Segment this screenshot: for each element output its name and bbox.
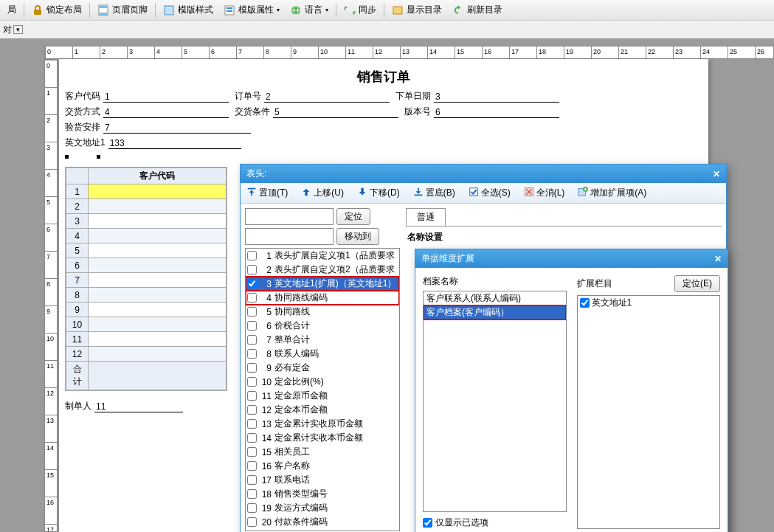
locate-ext-button[interactable]: 定位(E) xyxy=(674,275,720,292)
field-list-item[interactable]: 2表头扩展自定义项2（品质要求 xyxy=(246,263,399,277)
field-list-item[interactable]: 18销售类型编号 xyxy=(246,487,399,501)
ext-checkbox[interactable] xyxy=(580,298,590,308)
field-checkbox[interactable] xyxy=(247,251,257,260)
toolbar-btn-language[interactable]: 语言 ▾ xyxy=(286,2,333,18)
archive-list-item[interactable]: 客户档案(客户编码） xyxy=(424,305,566,319)
row-header[interactable]: 11 xyxy=(66,332,89,347)
field-list-item[interactable]: 10定金比例(%) xyxy=(246,375,399,389)
toolbar-btn-layout[interactable]: 局 xyxy=(3,2,21,18)
field-checkbox[interactable] xyxy=(247,433,257,443)
field-checkbox[interactable] xyxy=(247,349,257,359)
field-list-item[interactable]: 4协同路线编码 xyxy=(246,291,399,305)
col-header[interactable]: 客户代码 xyxy=(89,168,227,184)
form-field[interactable]: 下单日期3 xyxy=(395,90,559,103)
selection-handle[interactable] xyxy=(65,155,69,159)
toolbar-btn-lock-layout[interactable]: 锁定布局 xyxy=(27,2,86,18)
field-list-item[interactable]: 17联系电话 xyxy=(246,473,399,487)
field-checkbox[interactable] xyxy=(247,447,257,457)
row-header[interactable]: 1 xyxy=(66,184,89,199)
field-checkbox[interactable] xyxy=(247,461,257,471)
grid-cell[interactable] xyxy=(89,317,227,332)
toolbar-btn-show-toc[interactable]: 显示目录 xyxy=(387,2,446,18)
field-checkbox[interactable] xyxy=(247,503,257,513)
toolbar-btn-template-prop[interactable]: 模版属性 ▾ xyxy=(219,2,284,18)
field-checkbox[interactable] xyxy=(247,335,257,345)
moveto-button[interactable]: 移动到 xyxy=(336,228,379,245)
row-header[interactable]: 10 xyxy=(66,317,89,332)
toolbar-btn-template-style[interactable]: 模版样式 xyxy=(159,2,218,18)
toolbar-btn-header-footer[interactable]: 页眉页脚 xyxy=(93,2,152,18)
grid-cell[interactable] xyxy=(89,199,227,214)
field-list-item[interactable]: 7整单合计 xyxy=(246,333,399,347)
row-header[interactable]: 8 xyxy=(66,288,89,303)
grid-cell[interactable] xyxy=(89,332,227,347)
row-header[interactable]: 4 xyxy=(66,229,89,243)
form-field[interactable]: 客户代码1 xyxy=(65,90,229,103)
field-list-item[interactable]: 8联系人编码 xyxy=(246,347,399,361)
field-list-item[interactable]: 21部门编码 xyxy=(246,529,399,531)
row-header[interactable]: 3 xyxy=(66,214,89,229)
locate-button[interactable]: 定位 xyxy=(336,208,370,225)
field-listbox[interactable]: 1表头扩展自定义项1（品质要求2表头扩展自定义项2（品质要求3英文地址1(扩展)… xyxy=(245,248,400,531)
close-icon[interactable]: ✕ xyxy=(713,169,720,179)
field-list-item[interactable]: 13定金累计实收原币金额 xyxy=(246,417,399,431)
locate-input[interactable] xyxy=(245,208,334,225)
grid-cell[interactable] xyxy=(89,243,227,258)
ext-listbox[interactable]: 英文地址1 xyxy=(577,295,721,529)
grid-cell[interactable] xyxy=(89,229,227,243)
field-checkbox[interactable] xyxy=(247,279,257,289)
form-field[interactable]: 验货安排7 xyxy=(65,121,251,134)
field-list-item[interactable]: 12定金本币金额 xyxy=(246,403,399,417)
dlg-toolbar-to-bottom[interactable]: 置底(B) xyxy=(410,185,458,201)
field-list-item[interactable]: 9必有定金 xyxy=(246,361,399,375)
form-field[interactable]: 交货条件5 xyxy=(235,106,398,118)
tab-common[interactable]: 普通 xyxy=(406,208,446,226)
selection-handle[interactable] xyxy=(97,155,100,159)
field-checkbox[interactable] xyxy=(247,307,257,317)
moveto-input[interactable] xyxy=(245,228,334,245)
field-list-item[interactable]: 20付款条件编码 xyxy=(246,515,399,529)
field-checkbox[interactable] xyxy=(247,475,257,485)
grid-cell[interactable] xyxy=(89,258,227,273)
grid-cell[interactable] xyxy=(89,303,227,317)
row-header[interactable]: 9 xyxy=(66,303,89,317)
dialog-titlebar[interactable]: 单据维度扩展 ✕ xyxy=(415,249,728,268)
only-selected-input[interactable] xyxy=(423,518,432,528)
field-list-item[interactable]: 3英文地址1(扩展)（英文地址1） xyxy=(246,277,399,291)
dlg-toolbar-add-ext[interactable]: 增加扩展项(A) xyxy=(575,185,649,201)
field-list-item[interactable]: 16客户名称 xyxy=(246,459,399,473)
field-checkbox[interactable] xyxy=(247,363,257,373)
grid-cell[interactable] xyxy=(89,273,227,288)
field-list-item[interactable]: 5协同路线 xyxy=(246,305,399,319)
archive-list-item[interactable]: 客户联系人(联系人编码) xyxy=(424,291,566,305)
toolbar-btn-sync[interactable]: 同步 xyxy=(339,2,381,18)
row-header[interactable]: 5 xyxy=(66,243,89,258)
only-selected-checkbox[interactable]: 仅显示已选项 xyxy=(423,517,567,529)
dlg-toolbar-to-top[interactable]: 置顶(T) xyxy=(243,185,291,201)
ext-list-item[interactable]: 英文地址1 xyxy=(578,296,720,310)
field-checkbox[interactable] xyxy=(247,405,257,415)
row-header[interactable]: 2 xyxy=(66,199,89,214)
grid-cell[interactable] xyxy=(89,214,227,229)
toolbar-btn-refresh-toc[interactable]: 刷新目录 xyxy=(448,2,507,18)
form-field[interactable]: 版本号6 xyxy=(404,106,559,118)
field-checkbox[interactable] xyxy=(247,377,257,387)
grid-cell[interactable] xyxy=(89,184,227,199)
dialog-titlebar[interactable]: 表头: ✕ xyxy=(241,165,726,183)
field-list-item[interactable]: 1表头扩展自定义项1（品质要求 xyxy=(246,249,399,263)
form-field[interactable]: 英文地址1133 xyxy=(65,137,241,149)
dlg-toolbar-select-all[interactable]: 全选(S) xyxy=(466,185,514,201)
field-checkbox[interactable] xyxy=(247,321,257,331)
field-checkbox[interactable] xyxy=(247,517,257,527)
row-header[interactable]: 6 xyxy=(66,258,89,273)
field-list-item[interactable]: 11定金原币金额 xyxy=(246,389,399,403)
form-field[interactable]: 交货方式4 xyxy=(65,106,229,118)
grid-cell[interactable] xyxy=(89,347,227,362)
dlg-toolbar-deselect-all[interactable]: 全消(L) xyxy=(521,185,568,201)
dlg-toolbar-move-down[interactable]: 下移(D) xyxy=(354,185,403,201)
field-list-item[interactable]: 6价税合计 xyxy=(246,319,399,333)
row-header[interactable]: 12 xyxy=(66,347,89,362)
archive-listbox[interactable]: 客户联系人(联系人编码)客户档案(客户编码） xyxy=(423,291,567,512)
field-maker[interactable]: 制单人 11 xyxy=(65,400,183,412)
grid-cell[interactable] xyxy=(89,288,227,303)
